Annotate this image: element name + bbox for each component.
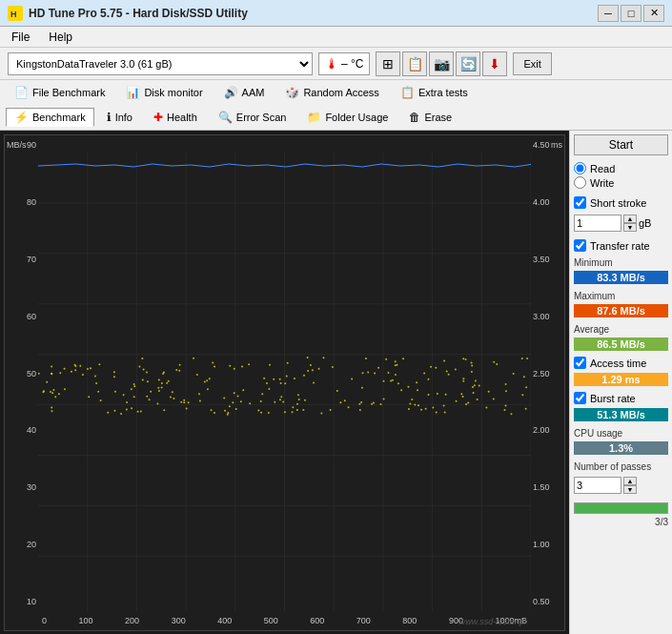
svg-point-313 bbox=[131, 407, 132, 409]
write-radio-text: Write bbox=[590, 177, 614, 189]
passes-spin-down[interactable]: ▼ bbox=[623, 485, 637, 494]
svg-point-224 bbox=[131, 388, 132, 390]
short-stroke-checkbox[interactable] bbox=[574, 196, 586, 209]
svg-point-254 bbox=[525, 408, 527, 410]
spin-down-button[interactable]: ▼ bbox=[623, 223, 637, 232]
tab-aam[interactable]: 🔊 AAM bbox=[215, 83, 274, 102]
menu-help[interactable]: Help bbox=[45, 30, 76, 45]
tab-file-benchmark[interactable]: 📄 File Benchmark bbox=[6, 83, 113, 102]
svg-point-167 bbox=[141, 358, 143, 359]
svg-point-202 bbox=[186, 407, 188, 409]
svg-point-190 bbox=[383, 399, 385, 400]
svg-point-462 bbox=[462, 380, 464, 382]
toolbar-btn-2[interactable]: 📋 bbox=[402, 51, 427, 76]
tab-error-scan[interactable]: 🔍 Error Scan bbox=[210, 108, 295, 127]
svg-point-196 bbox=[496, 363, 498, 365]
menu-file[interactable]: File bbox=[8, 30, 33, 45]
svg-point-212 bbox=[263, 378, 265, 379]
short-stroke-checkbox-label[interactable]: Short stroke bbox=[574, 196, 668, 209]
svg-point-284 bbox=[456, 400, 458, 402]
tab-folder-usage[interactable]: 📁 Folder Usage bbox=[298, 108, 397, 127]
access-time-checkbox[interactable] bbox=[574, 357, 586, 369]
svg-point-152 bbox=[123, 394, 125, 396]
svg-point-385 bbox=[427, 378, 429, 380]
burst-rate-checkbox[interactable] bbox=[574, 392, 586, 404]
svg-point-71 bbox=[188, 401, 190, 403]
svg-point-387 bbox=[274, 401, 275, 403]
exit-button[interactable]: Exit bbox=[513, 52, 551, 75]
maximize-button[interactable]: □ bbox=[621, 5, 641, 22]
passes-spin-up[interactable]: ▲ bbox=[623, 477, 637, 485]
burst-rate-checkbox-label[interactable]: Burst rate bbox=[574, 392, 668, 404]
svg-point-23 bbox=[163, 409, 165, 411]
svg-point-232 bbox=[392, 379, 394, 381]
transfer-rate-checkbox-label[interactable]: Transfer rate bbox=[574, 239, 668, 252]
svg-point-338 bbox=[397, 382, 399, 384]
tab-disk-monitor[interactable]: 📊 Disk monitor bbox=[117, 83, 211, 102]
toolbar-btn-4[interactable]: 🔄 bbox=[456, 51, 480, 76]
svg-point-137 bbox=[400, 389, 402, 391]
toolbar-btn-3[interactable]: 📷 bbox=[429, 51, 454, 76]
toolbar-btn-5[interactable]: ⬇ bbox=[482, 51, 507, 76]
svg-point-375 bbox=[51, 392, 53, 394]
close-button[interactable]: ✕ bbox=[643, 5, 664, 22]
tab-health[interactable]: ✚ Health bbox=[145, 108, 206, 127]
svg-point-181 bbox=[485, 407, 487, 409]
svg-point-418 bbox=[360, 401, 362, 403]
svg-point-90 bbox=[298, 399, 300, 400]
svg-point-444 bbox=[100, 399, 102, 401]
access-time-checkbox-label[interactable]: Access time bbox=[574, 357, 668, 369]
tab-extra-tests[interactable]: 📋 Extra tests bbox=[392, 83, 477, 102]
start-button[interactable]: Start bbox=[574, 134, 668, 155]
transfer-rate-checkbox[interactable] bbox=[574, 239, 586, 252]
write-radio-label[interactable]: Write bbox=[574, 176, 668, 189]
minimize-button[interactable]: ─ bbox=[598, 5, 619, 22]
passes-input[interactable] bbox=[574, 477, 621, 494]
svg-point-357 bbox=[206, 379, 208, 381]
svg-point-379 bbox=[193, 358, 194, 359]
svg-point-335 bbox=[318, 368, 320, 370]
svg-point-80 bbox=[423, 372, 425, 374]
svg-point-398 bbox=[107, 412, 109, 414]
svg-point-151 bbox=[312, 369, 314, 371]
svg-point-414 bbox=[402, 358, 404, 359]
spin-up-button[interactable]: ▲ bbox=[623, 215, 637, 223]
svg-point-116 bbox=[525, 386, 527, 388]
read-radio[interactable] bbox=[574, 162, 586, 174]
svg-point-222 bbox=[425, 408, 427, 410]
health-icon: ✚ bbox=[153, 111, 163, 124]
chart-area: MB/s ms 90 80 70 60 50 40 30 20 10 4.50 … bbox=[4, 134, 565, 631]
short-stroke-input[interactable] bbox=[574, 215, 621, 232]
toolbar: KingstonDataTraveler 3.0 (61 gB) 🌡 – °C … bbox=[0, 48, 672, 80]
tab-info[interactable]: ℹ Info bbox=[98, 108, 141, 127]
svg-point-29 bbox=[224, 410, 226, 412]
read-radio-label[interactable]: Read bbox=[574, 162, 668, 174]
device-select[interactable]: KingstonDataTraveler 3.0 (61 gB) bbox=[8, 52, 313, 75]
svg-point-247 bbox=[523, 376, 525, 378]
toolbar-btn-1[interactable]: ⊞ bbox=[376, 51, 400, 76]
y-axis-left: 90 80 70 60 50 40 30 20 10 bbox=[5, 135, 38, 611]
svg-point-36 bbox=[504, 409, 506, 411]
svg-point-382 bbox=[212, 361, 214, 363]
svg-point-331 bbox=[493, 398, 495, 399]
svg-point-92 bbox=[430, 366, 432, 368]
svg-point-174 bbox=[443, 360, 445, 362]
svg-point-187 bbox=[465, 403, 467, 405]
svg-point-225 bbox=[292, 406, 294, 408]
svg-point-27 bbox=[88, 396, 90, 398]
extra-tests-icon: 📋 bbox=[400, 86, 415, 99]
tab-erase[interactable]: 🗑 Erase bbox=[400, 108, 460, 127]
right-panel: Start Read Write Short stroke ▲ ▼ gB bbox=[569, 131, 672, 634]
svg-point-316 bbox=[521, 358, 523, 359]
svg-point-362 bbox=[348, 406, 350, 408]
tab-random-access[interactable]: 🎲 Random Access bbox=[276, 83, 387, 102]
svg-point-440 bbox=[462, 358, 464, 359]
svg-point-121 bbox=[137, 411, 139, 413]
svg-point-237 bbox=[387, 372, 389, 374]
svg-point-295 bbox=[488, 391, 490, 393]
svg-point-179 bbox=[38, 373, 40, 375]
tab-benchmark[interactable]: ⚡ Benchmark bbox=[6, 108, 94, 127]
svg-point-383 bbox=[339, 401, 341, 403]
write-radio[interactable] bbox=[574, 176, 586, 189]
svg-point-274 bbox=[237, 396, 239, 398]
